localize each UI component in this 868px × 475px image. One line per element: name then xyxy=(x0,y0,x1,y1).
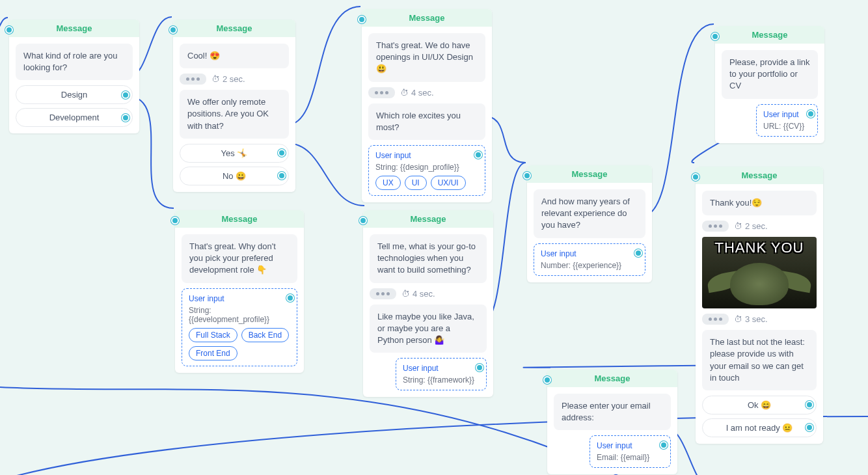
input-port[interactable] xyxy=(359,217,367,224)
typing-dots-icon xyxy=(702,221,729,232)
input-port[interactable] xyxy=(523,172,531,180)
output-port[interactable] xyxy=(634,249,642,257)
chip-backend[interactable]: Back End xyxy=(241,328,289,342)
user-input-variable: Email: {{email}} xyxy=(597,453,664,462)
user-input-label: User input xyxy=(763,110,811,119)
option-not-ready[interactable]: I am not ready 😐 xyxy=(702,418,817,437)
option-ok[interactable]: Ok 😄 xyxy=(702,396,817,414)
stopwatch-icon: ⏱ 4 sec. xyxy=(400,88,434,98)
chip-uxui[interactable]: UX/UI xyxy=(431,176,466,190)
message-node-design[interactable]: Message That's great. We do have opening… xyxy=(362,9,492,202)
user-input-label: User input xyxy=(189,294,290,303)
message-node-role[interactable]: Message What kind of role are you lookin… xyxy=(9,20,139,133)
message-node-dev[interactable]: Message That's great. Why don't you pick… xyxy=(175,210,304,373)
output-port[interactable] xyxy=(474,151,482,159)
node-header: Message xyxy=(363,210,493,228)
typing-dots-icon xyxy=(370,288,396,299)
option-no[interactable]: No 😀 xyxy=(180,167,289,185)
output-port[interactable] xyxy=(122,114,129,122)
stopwatch-icon: ⏱ 2 sec. xyxy=(734,221,768,231)
message-text: We offer only remote positions. Are you … xyxy=(180,90,289,139)
node-header: Message xyxy=(175,210,304,228)
option-development[interactable]: Development xyxy=(16,108,133,127)
chip-fullstack[interactable]: Full Stack xyxy=(189,328,237,342)
output-port[interactable] xyxy=(278,149,286,157)
typing-delay: ⏱ 4 sec. xyxy=(370,288,487,299)
input-port[interactable] xyxy=(5,26,13,34)
node-header: Message xyxy=(696,167,823,184)
input-port[interactable] xyxy=(169,26,177,34)
message-node-tech[interactable]: Message Tell me, what is your go-to tech… xyxy=(363,210,493,397)
input-port[interactable] xyxy=(171,217,179,224)
option-design[interactable]: Design xyxy=(16,85,133,104)
user-input-label: User input xyxy=(375,151,478,160)
stopwatch-icon: ⏱ 3 sec. xyxy=(734,314,768,324)
typing-dots-icon xyxy=(368,87,395,98)
node-header: Message xyxy=(173,20,295,37)
output-port[interactable] xyxy=(278,172,286,180)
message-text: The last but not the least: please provi… xyxy=(702,330,817,390)
message-text: Please enter your email address: xyxy=(554,394,671,430)
message-text: Which role excites you most? xyxy=(368,103,485,140)
user-input-block[interactable]: User input String: {{design_profile}} UX… xyxy=(368,145,485,196)
message-text: That's great. Why don't you pick your pr… xyxy=(182,234,297,283)
message-text: Like maybe you like Java, or maybe you a… xyxy=(370,305,487,353)
input-port[interactable] xyxy=(711,33,719,40)
input-port[interactable] xyxy=(358,16,366,23)
typing-delay: ⏱ 3 sec. xyxy=(702,314,817,325)
message-node-cv[interactable]: Message Please, provide a link to your p… xyxy=(715,26,824,143)
message-text: Cool! 😍 xyxy=(180,44,289,68)
user-input-block[interactable]: User input Number: {{experience}} xyxy=(534,243,645,276)
output-port[interactable] xyxy=(807,110,815,118)
typing-dots-icon xyxy=(180,74,206,85)
node-header: Message xyxy=(527,165,652,183)
message-text: What kind of role are you looking for? xyxy=(16,44,133,80)
user-input-variable: String: {{development_profile}} xyxy=(189,306,290,324)
user-input-variable: String: {{framework}} xyxy=(403,375,480,385)
user-input-label: User input xyxy=(541,249,638,258)
user-input-variable: String: {{design_profile}} xyxy=(375,163,478,172)
stopwatch-icon: ⏱ 4 sec. xyxy=(401,289,435,299)
message-text: Please, provide a link to your portfolio… xyxy=(722,50,818,99)
message-node-thanks[interactable]: Message Thank you!😌 ⏱ 2 sec. THANK YOU ⏱… xyxy=(696,167,823,444)
message-text: Thank you!😌 xyxy=(702,191,817,215)
chip-ui[interactable]: UI xyxy=(405,176,427,190)
message-text: Tell me, what is your go-to technologies… xyxy=(370,234,487,283)
message-text: That's great. We do have openings in UI/… xyxy=(368,33,485,82)
output-port[interactable] xyxy=(122,91,129,99)
user-input-variable: URL: {{CV}} xyxy=(763,122,811,131)
output-port[interactable] xyxy=(806,401,813,409)
user-input-block[interactable]: User input Email: {{email}} xyxy=(590,435,671,468)
meme-caption: THANK YOU xyxy=(715,239,804,256)
typing-delay: ⏱ 4 sec. xyxy=(368,87,485,98)
stopwatch-icon: ⏱ 2 sec. xyxy=(211,74,245,84)
option-yes[interactable]: Yes 🤸 xyxy=(180,144,289,163)
output-port[interactable] xyxy=(476,364,483,372)
user-input-variable: Number: {{experience}} xyxy=(541,261,638,270)
chip-frontend[interactable]: Front End xyxy=(189,346,237,360)
typing-delay: ⏱ 2 sec. xyxy=(702,221,817,232)
output-port[interactable] xyxy=(806,424,813,431)
user-input-block[interactable]: User input String: {{framework}} xyxy=(396,358,487,390)
user-input-block[interactable]: User input String: {{development_profile… xyxy=(182,288,297,366)
message-node-years[interactable]: Message And how many years of relevant e… xyxy=(527,165,652,282)
message-node-email[interactable]: Message Please enter your email address:… xyxy=(547,370,677,474)
typing-delay: ⏱ 2 sec. xyxy=(180,74,289,85)
node-header: Message xyxy=(547,370,677,387)
output-port[interactable] xyxy=(660,441,668,449)
node-header: Message xyxy=(362,9,492,27)
meme-image: THANK YOU xyxy=(702,237,817,308)
node-header: Message xyxy=(9,20,139,37)
input-port[interactable] xyxy=(692,173,699,181)
message-text: And how many years of relevant experienc… xyxy=(534,189,645,238)
user-input-label: User input xyxy=(403,364,480,373)
input-port[interactable] xyxy=(543,376,551,384)
chip-ux[interactable]: UX xyxy=(375,176,401,190)
output-port[interactable] xyxy=(286,294,294,302)
node-header: Message xyxy=(715,26,824,44)
user-input-label: User input xyxy=(597,441,664,450)
user-input-block[interactable]: User input URL: {{CV}} xyxy=(756,104,818,137)
message-node-cool[interactable]: Message Cool! 😍 ⏱ 2 sec. We offer only r… xyxy=(173,20,295,192)
typing-dots-icon xyxy=(702,314,729,325)
